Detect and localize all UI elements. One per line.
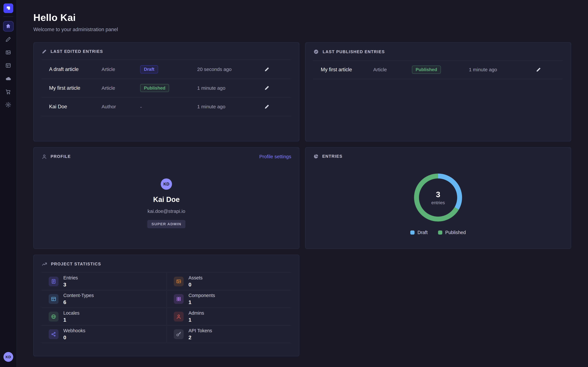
stat-value: 0 xyxy=(189,282,203,288)
entry-time: 1 minute ago xyxy=(197,85,263,91)
page-title: Hello Kai xyxy=(33,12,571,23)
entry-type: Article xyxy=(373,67,412,72)
entry-status: Draft xyxy=(140,65,197,73)
stats-grid: Entries 3 Assets 0 xyxy=(42,272,291,343)
pencil-icon xyxy=(264,67,269,72)
card-title: LAST PUBLISHED ENTRIES xyxy=(323,50,385,54)
pen-icon xyxy=(5,37,11,42)
entry-time: 1 minute ago xyxy=(197,104,263,109)
status-badge: Draft xyxy=(140,65,158,73)
table-row: A draft article Article Draft 20 seconds… xyxy=(42,60,291,79)
profile-settings-link[interactable]: Profile settings xyxy=(259,154,291,159)
card-header: LAST PUBLISHED ENTRIES xyxy=(305,42,571,59)
trending-up-icon xyxy=(42,261,47,267)
last-edited-table: A draft article Article Draft 20 seconds… xyxy=(42,60,291,116)
draft-swatch xyxy=(410,231,414,234)
edit-entry-button[interactable] xyxy=(263,65,271,73)
pencil-icon xyxy=(264,85,269,91)
card-title: PROFILE xyxy=(51,154,71,159)
project-statistics-card: PROJECT STATISTICS Entries 3 xyxy=(33,255,299,356)
entry-status: Published xyxy=(140,84,197,92)
stat-locales: Locales 1 xyxy=(42,308,166,325)
admins-icon xyxy=(174,312,184,322)
entries-body: 3 entries Draft Published xyxy=(305,164,571,235)
stat-label: Locales xyxy=(63,310,79,316)
sidebar-divider xyxy=(3,17,13,17)
home-icon xyxy=(5,23,11,29)
card-header: LAST EDITED ENTRIES xyxy=(34,42,299,59)
status-badge: Published xyxy=(140,84,169,92)
stat-value: 1 xyxy=(63,317,79,323)
last-published-entries-card: LAST PUBLISHED ENTRIES My first article … xyxy=(305,42,571,142)
card-header: ENTRIES xyxy=(305,147,571,164)
last-published-table: My first article Article Published 1 min… xyxy=(313,60,563,79)
table-row: My first article Article Published 1 min… xyxy=(42,79,291,98)
entry-status: Published xyxy=(412,66,469,74)
pencil-icon xyxy=(536,67,541,72)
entries-icon xyxy=(49,277,59,286)
edit-entry-button[interactable] xyxy=(263,103,271,111)
sidebar-item-settings[interactable] xyxy=(3,100,14,110)
entry-name: My first article xyxy=(49,85,101,91)
stat-label: API Tokens xyxy=(189,328,212,334)
entry-time: 20 seconds ago xyxy=(197,67,263,72)
pencil-icon xyxy=(42,49,47,54)
layout-icon xyxy=(5,63,11,68)
legend-item-draft: Draft xyxy=(410,230,428,235)
card-title: PROJECT STATISTICS xyxy=(51,262,101,266)
sidebar-item-content-manager[interactable] xyxy=(3,34,14,44)
assets-icon xyxy=(174,277,184,286)
stat-value: 6 xyxy=(63,299,94,305)
sidebar-item-home[interactable] xyxy=(3,21,14,32)
card-header: PROJECT STATISTICS xyxy=(34,255,299,272)
entry-status: - xyxy=(140,103,197,110)
entry-type: Article xyxy=(102,85,140,91)
stat-webhooks: Webhooks 0 xyxy=(42,325,166,343)
card-title: LAST EDITED ENTRIES xyxy=(51,49,103,54)
entries-donut-chart: 3 entries xyxy=(414,174,462,222)
stat-value: 1 xyxy=(189,299,215,305)
stat-assets: Assets 0 xyxy=(166,273,291,290)
stat-components: Components 1 xyxy=(166,290,291,308)
entry-time: 1 minute ago xyxy=(469,67,535,72)
profile-email: kai.doe@strapi.io xyxy=(147,209,185,214)
page-subtitle: Welcome to your administration panel xyxy=(33,27,571,33)
edit-entry-button[interactable] xyxy=(535,66,543,74)
stat-api-tokens: API Tokens 2 xyxy=(166,325,291,343)
donut-center: 3 entries xyxy=(419,178,457,217)
edit-entry-button[interactable] xyxy=(263,84,271,92)
images-icon xyxy=(5,50,11,55)
sidebar-item-content-type-builder[interactable] xyxy=(3,60,14,71)
entry-name: My first article xyxy=(321,67,373,73)
gear-icon xyxy=(5,102,11,108)
sidebar-item-cloud[interactable] xyxy=(3,73,14,84)
avatar: KD xyxy=(161,178,172,190)
pencil-icon xyxy=(264,104,269,109)
table-row: My first article Article Published 1 min… xyxy=(313,60,563,79)
stat-label: Content-Types xyxy=(63,293,94,298)
legend-label: Draft xyxy=(417,230,428,235)
entry-name: A draft article xyxy=(49,67,101,72)
admin-panel: KD Hello Kai Welcome to your administrat… xyxy=(0,0,588,367)
user-avatar[interactable]: KD xyxy=(3,352,13,362)
sidebar-item-media-library[interactable] xyxy=(3,47,14,58)
table-row: Kai Doe Author - 1 minute ago xyxy=(42,98,291,116)
entry-type: Article xyxy=(102,67,140,72)
dashboard-grid: LAST EDITED ENTRIES A draft article Arti… xyxy=(33,42,571,356)
strapi-logo[interactable] xyxy=(3,3,13,13)
stat-entries: Entries 3 xyxy=(42,273,166,290)
role-badge: SUPER ADMIN xyxy=(147,220,185,228)
pie-chart-icon xyxy=(313,154,319,159)
sidebar: KD xyxy=(0,0,17,367)
stat-value: 3 xyxy=(63,282,78,288)
stat-content-types: Content-Types 6 xyxy=(42,290,166,308)
entry-type: Author xyxy=(102,104,140,109)
entry-name: Kai Doe xyxy=(49,104,101,110)
stat-value: 2 xyxy=(189,334,212,341)
strapi-logo-icon xyxy=(5,5,11,11)
content-types-icon xyxy=(49,294,59,304)
stat-value: 1 xyxy=(189,317,204,323)
profile-card: PROFILE Profile settings KD Kai Doe kai.… xyxy=(33,147,299,249)
sidebar-item-marketplace[interactable] xyxy=(3,86,14,97)
entries-count: 3 xyxy=(436,190,440,199)
